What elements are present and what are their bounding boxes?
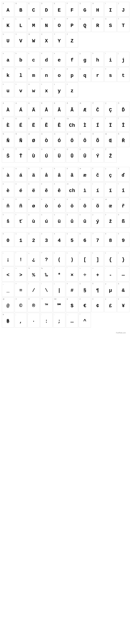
glyph-label: w: [28, 83, 40, 86]
glyph-display: Õ: [92, 136, 104, 147]
glyph-label: û: [79, 213, 91, 216]
glyph-cell: ÒÒ: [40, 132, 53, 147]
glyph-cell: ÌÌ: [79, 117, 91, 132]
glyph-cell: ÉÉ: [15, 117, 27, 132]
glyph-display: ň: [2, 201, 14, 212]
glyph-cell: PP: [66, 17, 78, 32]
glyph-display: ê: [53, 186, 65, 197]
glyph-label: ř: [117, 198, 129, 201]
glyph-cell: üü: [53, 213, 65, 228]
glyph-display: N: [40, 20, 52, 32]
glyph-label: Ë: [28, 117, 40, 120]
glyph-cell: ฿฿: [2, 313, 14, 328]
glyph-cell: DD: [40, 2, 53, 17]
glyph-cell: LL: [15, 17, 27, 32]
glyph-cell: \\: [40, 282, 53, 297]
glyph-label: _: [2, 282, 14, 285]
glyph-display: μ: [105, 285, 116, 297]
glyph-cell: ™™: [40, 298, 53, 312]
glyph-display: B: [15, 5, 27, 16]
glyph-display: i: [105, 55, 116, 66]
glyph-display: d: [40, 55, 52, 66]
glyph-label: a: [2, 52, 14, 55]
glyph-cell: šš: [2, 213, 14, 228]
glyph-display: r: [92, 70, 104, 82]
glyph-label: ë: [28, 182, 40, 186]
glyph-label: +: [92, 267, 104, 270]
glyph-cell: ,,: [15, 313, 27, 328]
glyph-label: Ô: [79, 132, 91, 136]
glyph-label: á: [15, 167, 27, 170]
glyph-label: k: [2, 67, 14, 70]
glyph-cell: ÝÝ: [92, 148, 104, 162]
glyph-label: >: [15, 267, 27, 270]
glyph-cell: ÄÄ: [27, 102, 40, 116]
glyph-display: ฿: [2, 316, 14, 328]
glyph-label: —: [117, 267, 129, 270]
glyph-cell: ïï: [104, 182, 117, 197]
glyph-display: R: [92, 20, 104, 32]
glyph-label: Ř: [117, 132, 129, 136]
glyph-cell: {{: [104, 251, 117, 266]
glyph-label: x: [40, 83, 52, 86]
glyph-label: Q: [79, 18, 91, 20]
glyph-display: í: [92, 186, 104, 197]
glyph-display: €: [79, 301, 91, 312]
glyph-label: p: [66, 67, 78, 70]
glyph-label: Ê: [53, 117, 65, 120]
glyph-label: C: [28, 2, 40, 5]
glyph-display: 9: [117, 236, 129, 247]
glyph-label: £: [105, 298, 116, 301]
glyph-display: 5: [66, 236, 78, 247]
glyph-cell: ìì: [79, 182, 91, 197]
glyph-display: =: [15, 285, 27, 297]
glyph-label: M: [28, 18, 40, 20]
glyph-cell: ‰‰: [40, 267, 53, 282]
glyph-label: Ç: [105, 102, 116, 105]
glyph-display: n: [40, 70, 52, 82]
glyph-cell: ÓÓ: [53, 132, 65, 147]
glyph-display: ø: [28, 201, 40, 212]
glyph-display: ®: [28, 301, 40, 312]
glyph-display: g: [79, 55, 91, 66]
glyph-label: 7: [92, 232, 104, 236]
glyph-label: 4: [53, 232, 65, 236]
glyph-display: û: [79, 216, 91, 228]
glyph-label: Ů: [66, 148, 78, 151]
glyph-label: À: [2, 102, 14, 105]
glyph-label: ä: [28, 167, 40, 170]
glyph-group-lowercase: aabbccddeeffgghhiijjkkllmmnnooppqqrrsstt…: [2, 52, 130, 97]
glyph-label: Ď: [117, 102, 129, 105]
glyph-display: 8: [105, 236, 116, 247]
glyph-display: <: [2, 270, 14, 281]
glyph-cell: jj: [117, 52, 129, 66]
glyph-label: @: [2, 298, 14, 301]
glyph-cell: <<: [2, 267, 14, 282]
glyph-cell: 99: [117, 232, 129, 247]
glyph-label: #: [66, 282, 78, 285]
glyph-display: ·: [28, 316, 40, 328]
glyph-display: U: [2, 36, 14, 47]
glyph-display: -: [105, 270, 116, 281]
glyph-display: ò: [40, 201, 52, 212]
glyph-display: ?: [40, 254, 52, 266]
glyph-label: 9: [117, 232, 129, 236]
glyph-cell: OO: [53, 17, 65, 32]
glyph-display: Ñ: [15, 136, 27, 147]
glyph-label: j: [117, 52, 129, 55]
glyph-label: ,: [15, 313, 27, 316]
glyph-cell: 00: [2, 232, 14, 247]
glyph-display: _: [2, 285, 14, 297]
glyph-cell: xx: [40, 82, 53, 97]
glyph-label: ñ: [15, 198, 27, 201]
glyph-display: |: [53, 285, 65, 297]
glyph-display: ó: [53, 201, 65, 212]
glyph-display: K: [2, 20, 14, 32]
glyph-cell: ||: [53, 282, 65, 297]
glyph-cell: ((: [53, 251, 65, 266]
glyph-cell: ++: [92, 267, 104, 282]
glyph-display: #: [66, 285, 78, 297]
glyph-display: J: [117, 5, 129, 16]
glyph-cell: AA: [2, 2, 14, 17]
glyph-label: B: [15, 2, 27, 5]
